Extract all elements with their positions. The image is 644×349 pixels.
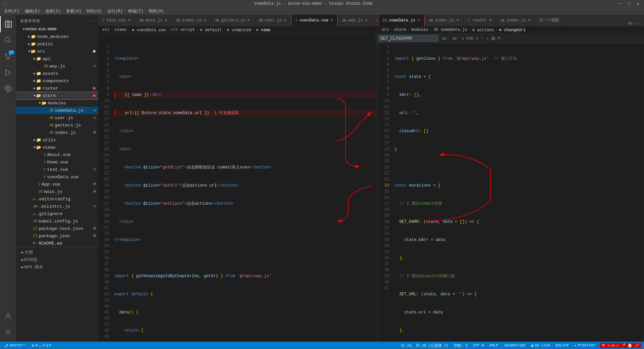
sidebar-item-home-vue[interactable]: V Home.vue [16, 158, 98, 166]
sidebar-content[interactable]: ▼ AXIOS-ELE-DEMO ▶ 📁 node_modules ▶ 📁 pu… [16, 26, 98, 342]
sidebar-item-views[interactable]: ▼ 📂 views [16, 144, 98, 151]
sidebar-item-about-vue[interactable]: V About.vue [16, 151, 98, 158]
sidebar-item-somedata-js[interactable]: JS someData.js U [16, 107, 98, 114]
breadcrumb-default[interactable]: ⊕ default [200, 28, 222, 33]
tab-close-icon[interactable]: × [128, 18, 130, 23]
breadcrumb-src[interactable]: src [102, 28, 110, 32]
code-editor-right[interactable]: 1 2 3 4 5 6 7 8 9 10 11 [378, 43, 644, 342]
close-button[interactable]: ✕ [635, 1, 641, 6]
status-errors[interactable]: ⊗ 0 ⚠ 0 ℹ 0 [31, 343, 52, 348]
sidebar-item-src[interactable]: ▼ 📂 src [16, 48, 98, 55]
activity-search[interactable] [0, 32, 16, 48]
activity-extensions[interactable] [0, 81, 16, 97]
maximize-button[interactable]: □ [626, 1, 632, 6]
sidebar-item-api[interactable]: ▶ 📁 api [16, 55, 98, 62]
tab-index-js-2[interactable]: JS index.js × [425, 15, 464, 26]
find-select-all-btn[interactable]: ⊞ [491, 35, 496, 42]
tab-close-icon[interactable]: × [284, 18, 286, 23]
code-content-right[interactable]: import { getClass } from '@/api/way.js' … [392, 43, 644, 342]
breadcrumb-store[interactable]: store [394, 28, 406, 32]
activity-source-control[interactable]: 25 [0, 48, 16, 64]
status-golive[interactable]: ◉ Go Live [530, 343, 552, 348]
find-close-btn[interactable]: × [497, 35, 500, 41]
sidebar-item-index-js[interactable]: JS index.js M [16, 129, 98, 136]
breadcrumb-actions[interactable]: ⊕ actions [472, 28, 494, 33]
breadcrumb-views[interactable]: views [115, 28, 127, 32]
sidebar-item-readme[interactable]: M↓ README.md [16, 240, 98, 247]
breadcrumb-computed[interactable]: ⊕ computed [227, 28, 251, 33]
code-content-left[interactable]: <template> <div> {{ name }} <br> url:{{ … [112, 43, 377, 342]
tab-getters-js[interactable]: JS getters.js × [211, 15, 255, 26]
menu-select[interactable]: 选择(S) [43, 7, 63, 15]
sidebar-item-eslintrc[interactable]: JS .eslintrc.js U [16, 203, 98, 210]
find-input[interactable] [378, 35, 438, 42]
tab-close-icon[interactable]: × [365, 18, 367, 23]
menu-terminal[interactable]: 终端(T) [125, 7, 146, 15]
breadcrumb-somedata[interactable]: JS someData.js [433, 28, 467, 32]
minimize-button[interactable]: ─ [616, 1, 623, 6]
tab-main-js[interactable]: JS main.js × [135, 15, 172, 26]
tab-close-icon[interactable]: × [331, 18, 333, 23]
sidebar-more-btn[interactable]: ··· [84, 17, 94, 24]
status-spaces[interactable]: 空格: 2 [452, 343, 469, 348]
breadcrumb-src2[interactable]: src [382, 28, 389, 32]
sidebar-item-package[interactable]: {} package.json M [16, 232, 98, 240]
sidebar-item-modules[interactable]: ▼ 📂 modules [16, 99, 98, 107]
find-match-case-btn[interactable]: Aa [440, 35, 449, 41]
tab-close-icon[interactable]: × [203, 18, 206, 23]
tab-index-js-3[interactable]: JS index.js × [496, 15, 535, 26]
tab-close-icon[interactable]: × [164, 18, 167, 23]
sidebar-item-way-js[interactable]: JS way.js U [16, 62, 98, 70]
tab-close-icon[interactable]: × [417, 18, 420, 23]
status-cursor[interactable]: 行 24, 列 20 (已选择 7) [400, 343, 450, 348]
sidebar-item-babel[interactable]: JS babel.config.js [16, 217, 98, 225]
sidebar-item-public[interactable]: ▶ 📁 public [16, 40, 98, 48]
breadcrumb-script[interactable]: </> script [171, 28, 195, 32]
sidebar-item-package-lock[interactable]: {} package-lock.json M [16, 225, 98, 232]
status-prettier[interactable]: ✦ Prettier [573, 343, 597, 348]
sidebar-item-gitignore[interactable]: ◈ .gitignore [16, 210, 98, 217]
activity-settings[interactable] [0, 324, 16, 340]
sidebar-item-app-vue[interactable]: V App.vue M [16, 181, 98, 188]
breadcrumb-file[interactable]: ◈ vuexData.vue [132, 28, 166, 33]
tab-way-js[interactable]: JS way.js × [338, 15, 372, 26]
status-git-branch[interactable]: ⎇ master* [3, 343, 26, 348]
tab-store[interactable]: 另一个视图 [535, 15, 564, 26]
tab-somedata-js[interactable]: JS someData.js × [378, 15, 425, 26]
sidebar-item-timeline[interactable]: ▶ 时间线 [19, 256, 96, 263]
sidebar-item-components[interactable]: ▶ 📁 components [16, 77, 98, 85]
find-whole-word-btn[interactable]: ab [450, 35, 459, 41]
sidebar-item-dajian[interactable]: ▶ 大纲 [19, 249, 96, 256]
sidebar-item-getters-js[interactable]: JS getters.js [16, 121, 98, 129]
tab-router[interactable]: ⟩ router × [464, 15, 496, 26]
status-eol[interactable]: CRLF [488, 343, 499, 348]
tab-close-icon[interactable]: × [456, 18, 459, 23]
tab-vuexdata-vue[interactable]: V vuexData.vue × [291, 15, 338, 26]
tab-overflow-btn[interactable]: ··· [372, 17, 378, 23]
tab-close-icon[interactable]: × [528, 18, 531, 23]
menu-view[interactable]: 查看(V) [63, 7, 84, 15]
menu-help[interactable]: 帮助(H) [146, 7, 167, 15]
sidebar-item-utils[interactable]: ▶ 📁 utils [16, 136, 98, 144]
tab-close-icon[interactable]: × [247, 18, 250, 23]
sidebar-item-node-modules[interactable]: ▶ 📁 node_modules [16, 33, 98, 40]
sidebar-item-main-js[interactable]: JS main.js M [16, 188, 98, 195]
find-prev-btn[interactable]: ↑ [481, 35, 484, 42]
more-btn[interactable]: ··· [633, 21, 641, 26]
tab-user-js[interactable]: JS user.js × [255, 15, 291, 26]
status-eslint[interactable]: ESLint [554, 343, 571, 348]
menu-file[interactable]: 文件(F) [1, 7, 22, 15]
menu-edit[interactable]: 编辑(E) [22, 7, 43, 15]
activity-run[interactable] [0, 64, 16, 81]
sidebar-item-user-js[interactable]: JS user.js U [16, 114, 98, 121]
sidebar-item-vuexdata-vue[interactable]: V vuexData.vue [16, 173, 98, 181]
tab-close-icon[interactable]: × [489, 18, 492, 23]
sidebar-item-router[interactable]: ▶ 📁 router [16, 85, 98, 92]
split-editor-btn[interactable]: ⊡ [629, 20, 631, 26]
sidebar-item-test-vue[interactable]: V test.vue U [16, 166, 98, 173]
sidebar-item-project[interactable]: ▼ AXIOS-ELE-DEMO [16, 26, 98, 33]
activity-explorer[interactable] [0, 16, 16, 32]
sidebar-item-store[interactable]: ▼ 📂 store [16, 92, 98, 99]
sidebar-item-assets[interactable]: ▶ 📁 assets [16, 70, 98, 77]
menu-goto[interactable]: 转到(G) [84, 7, 105, 15]
